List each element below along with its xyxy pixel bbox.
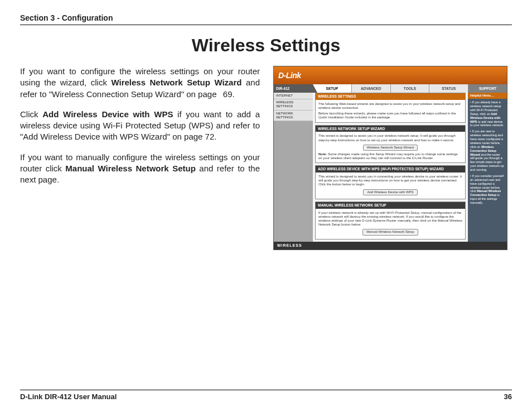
block-body: This wizard is designed to assist you in… bbox=[316, 173, 465, 199]
block-wireless-settings: WIRELESS SETTINGS The following Web-base… bbox=[315, 93, 466, 123]
router-footer: WIRELESS bbox=[274, 242, 507, 250]
section-header: Section 3 - Configuration bbox=[20, 13, 512, 25]
block-body: This wizard is designed to assist you in… bbox=[316, 132, 465, 162]
block-header: MANUAL WIRELESS NETWORK SETUP bbox=[316, 202, 465, 209]
instruction-text: If you want to configure the wireless se… bbox=[20, 66, 260, 250]
router-sidebar: INTERNET WIRELESS SETTINGS NETWORK SETTI… bbox=[274, 93, 313, 242]
paragraph-wps: Click Add Wireless Device with WPS if yo… bbox=[20, 109, 260, 143]
paragraph-manual: If you want to manually configure the wi… bbox=[20, 152, 260, 186]
block-body: If your wireless network is already set … bbox=[316, 209, 465, 239]
paragraph-wizard: If you want to configure the wireless se… bbox=[20, 66, 260, 100]
router-main: WIRELESS SETTINGS The following Web-base… bbox=[313, 93, 468, 242]
page-title: Wireless Settings bbox=[20, 35, 512, 56]
router-nav: DIR-412 SETUP ADVANCED TOOLS STATUS SUPP… bbox=[274, 84, 507, 93]
wizard-button[interactable]: Wireless Network Setup Wizard bbox=[363, 145, 418, 151]
block-header: WIRELESS SETTINGS bbox=[316, 93, 465, 100]
manual-button[interactable]: Manual Wireless Network Setup bbox=[362, 229, 418, 235]
tab-support[interactable]: SUPPORT bbox=[468, 84, 507, 93]
help-body: • If you already have a wireless network… bbox=[468, 99, 507, 209]
content-row: If you want to configure the wireless se… bbox=[20, 66, 512, 250]
block-header: ADD WIRELESS DEVICE WITH WPS (WI-FI PROT… bbox=[316, 166, 465, 173]
block-wps: ADD WIRELESS DEVICE WITH WPS (WI-FI PROT… bbox=[315, 165, 466, 199]
sidebar-item-wireless[interactable]: WIRELESS SETTINGS bbox=[274, 99, 313, 110]
dlink-logo: D-Link bbox=[278, 71, 301, 80]
router-model: DIR-412 bbox=[274, 84, 313, 93]
sidebar-item-internet[interactable]: INTERNET bbox=[274, 93, 313, 99]
footer-page-number: 36 bbox=[504, 392, 512, 401]
block-manual: MANUAL WIRELESS NETWORK SETUP If your wi… bbox=[315, 202, 466, 239]
tab-advanced[interactable]: ADVANCED bbox=[352, 84, 391, 93]
tab-status[interactable]: STATUS bbox=[429, 84, 468, 93]
router-body: INTERNET WIRELESS SETTINGS NETWORK SETTI… bbox=[274, 93, 507, 242]
block-header: WIRELESS NETWORK SETUP WIZARD bbox=[316, 126, 465, 132]
router-screenshot: D-Link DIR-412 SETUP ADVANCED TOOLS STAT… bbox=[273, 66, 507, 250]
block-wizard: WIRELESS NETWORK SETUP WIZARD This wizar… bbox=[315, 125, 466, 164]
router-help-panel: Helpful Hints… • If you already have a w… bbox=[468, 93, 507, 242]
tab-tools[interactable]: TOOLS bbox=[391, 84, 430, 93]
block-body: The following Web-based wizards are desi… bbox=[316, 100, 465, 122]
router-tabs: SETUP ADVANCED TOOLS STATUS SUPPORT bbox=[313, 84, 507, 93]
router-banner: D-Link bbox=[274, 66, 507, 84]
tab-setup[interactable]: SETUP bbox=[313, 84, 352, 93]
page-footer: D-Link DIR-412 User Manual 36 bbox=[20, 390, 512, 401]
wps-button[interactable]: Add Wireless Device with WPS bbox=[363, 189, 417, 195]
help-header: Helpful Hints… bbox=[468, 93, 507, 99]
footer-manual-name: D-Link DIR-412 User Manual bbox=[20, 392, 117, 401]
sidebar-item-network[interactable]: NETWORK SETTINGS bbox=[274, 111, 313, 121]
